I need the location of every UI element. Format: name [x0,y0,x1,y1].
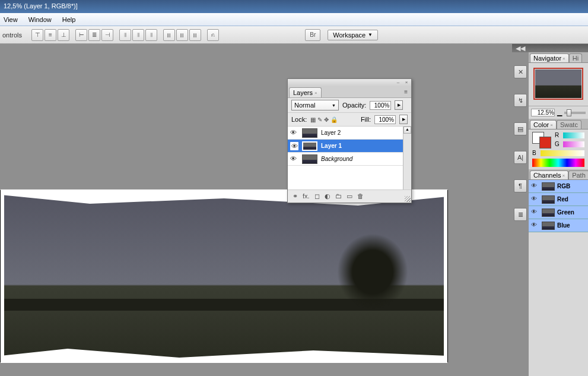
visibility-icon[interactable]: 👁 [531,208,539,217]
zoom-out-icon[interactable]: ▁ [557,109,562,116]
layers-scrollbar[interactable]: ▲ [403,127,411,189]
tab-channels[interactable]: Channels × [530,170,568,179]
new-layer-icon[interactable]: ▭ [347,192,352,200]
channel-row[interactable]: 👁 Blue [529,219,588,232]
opacity-flyout-icon[interactable]: ▶ [395,100,403,110]
layers-panel[interactable]: – × Layers × ≡ Normal ▼ Opacity: ▶ Lock:… [287,78,412,203]
visibility-icon[interactable]: 👁 [531,195,539,204]
options-icon[interactable]: ✕ [514,65,527,78]
background-swatch[interactable] [539,137,551,148]
tab-color[interactable]: Color × [530,120,557,129]
g-slider[interactable] [563,141,584,147]
layer-name[interactable]: Background [321,156,352,162]
opacity-input[interactable] [370,101,391,110]
layers-icon[interactable]: ≣ [514,208,527,221]
zoom-input[interactable] [531,109,555,116]
workspace-button[interactable]: Workspace ▼ [328,30,378,40]
align-hcenter-icon[interactable]: ≣ [88,29,100,41]
fg-bg-swatches[interactable] [532,132,551,148]
scroll-up-icon[interactable]: ▲ [403,127,411,134]
lock-position-icon[interactable]: ✥ [324,116,329,123]
tab-layers[interactable]: Layers × [289,87,322,97]
distribute-right-icon[interactable]: ⫼ [189,29,201,41]
g-label: G [555,141,561,147]
bridge-icon[interactable]: Br [305,29,320,41]
close-icon[interactable]: × [403,80,409,85]
channels-tabs: Channels × Path [529,169,588,180]
history-icon[interactable]: ↯ [514,94,527,107]
channel-row[interactable]: 👁 Green [529,206,588,219]
tab-paths[interactable]: Path [568,170,588,179]
visibility-icon[interactable]: 👁 [531,222,539,230]
zoom-slider[interactable] [564,112,586,114]
color-spectrum[interactable] [532,159,584,167]
layer-row[interactable]: 👁 Layer 1 [288,140,411,153]
tab-close-icon[interactable]: × [562,56,565,61]
layer-thumbnail[interactable] [302,141,317,151]
zoom-slider-thumb[interactable] [567,109,571,116]
resize-grip-icon[interactable] [405,196,411,202]
link-layers-icon[interactable]: ⚭ [293,192,298,200]
panel-menu-icon[interactable]: ≡ [402,87,410,97]
character-icon[interactable]: A| [514,151,527,164]
align-vcenter-icon[interactable]: ≡ [45,29,56,41]
r-slider[interactable] [563,132,584,138]
align-left-icon[interactable]: ⊢ [75,29,87,41]
tab-color-label: Color [533,121,549,128]
visibility-icon[interactable]: 👁 [290,155,298,163]
distribute-left-icon[interactable]: ⫼ [163,29,175,41]
blend-mode-select[interactable]: Normal ▼ [291,100,339,110]
menu-view[interactable]: View [4,16,18,23]
align-bottom-icon[interactable]: ⊥ [58,29,69,41]
distribute-top-icon[interactable]: ⫴ [119,29,131,41]
document-canvas[interactable] [0,190,448,362]
delete-layer-icon[interactable]: 🗑 [357,192,364,200]
fill-input[interactable] [374,115,396,124]
tab-swatches[interactable]: Swatc [557,120,581,129]
channel-name: Blue [557,222,570,229]
b-slider[interactable] [541,150,584,156]
actions-icon[interactable]: ▤ [514,122,527,135]
layer-row[interactable]: 👁 Layer 2 [288,127,411,140]
paragraph-icon[interactable]: ¶ [514,179,527,192]
layer-style-icon[interactable]: fx. [303,192,310,200]
fill-flyout-icon[interactable]: ▶ [399,115,408,124]
auto-align-icon[interactable]: ⎌ [207,29,219,41]
layer-thumbnail[interactable] [302,154,317,164]
adjustment-layer-icon[interactable]: ◐ [325,192,330,200]
tab-navigator[interactable]: Navigator × [530,53,569,62]
align-right-icon[interactable]: ⊣ [101,29,113,41]
navigator-viewport[interactable] [533,68,583,100]
layer-row[interactable]: 👁 Background 🔒 [288,153,411,166]
dock-collapse-bar[interactable]: ◀◀ [512,44,588,52]
distribute-bottom-icon[interactable]: ⫴ [145,29,157,41]
navigator-zoom-row: ▁ [529,106,588,119]
layer-mask-icon[interactable]: ◻ [314,192,320,200]
layer-thumbnail[interactable] [302,128,317,138]
panel-titlebar[interactable]: – × [288,79,411,86]
menu-window[interactable]: Window [28,16,52,23]
new-group-icon[interactable]: 🗀 [335,192,342,200]
distribute-vcenter-icon[interactable]: ⫴ [132,29,144,41]
tab-histogram[interactable]: Hi [569,53,582,62]
channel-thumbnail [542,195,555,204]
lock-transparent-icon[interactable]: ▦ [310,116,316,123]
lock-image-icon[interactable]: ✎ [317,116,322,123]
align-top-icon[interactable]: ⊤ [31,29,43,41]
visibility-icon[interactable]: 👁 [290,129,298,137]
layer-name[interactable]: Layer 1 [321,143,342,149]
layer-name[interactable]: Layer 2 [321,129,341,136]
lock-all-icon[interactable]: 🔒 [330,116,338,123]
distribute-hcenter-icon[interactable]: ⫼ [176,29,188,41]
tab-close-icon[interactable]: × [314,90,317,96]
tab-close-icon[interactable]: × [550,122,553,128]
tab-channels-label: Channels [533,172,561,179]
menu-help[interactable]: Help [62,16,76,23]
visibility-icon[interactable]: 👁 [531,182,539,191]
distribute-group-1: ⫴ ⫴ ⫴ [119,29,157,41]
channel-row[interactable]: 👁 Red [529,193,588,206]
visibility-icon[interactable]: 👁 [290,142,298,150]
tab-close-icon[interactable]: × [562,173,565,178]
minimize-icon[interactable]: – [395,80,401,85]
channel-row[interactable]: 👁 RGB [529,180,588,193]
